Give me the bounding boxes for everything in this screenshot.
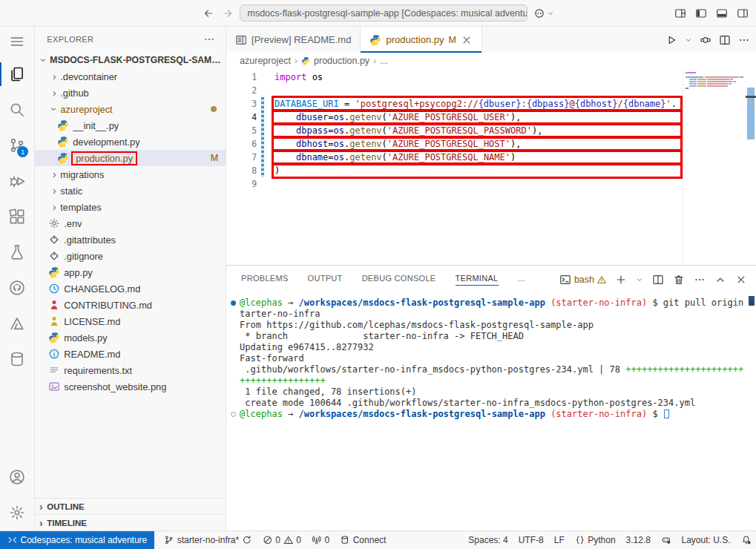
file-item-models.py[interactable]: models.py bbox=[35, 329, 226, 346]
status-ports[interactable]: 0 bbox=[306, 531, 335, 549]
code-line-5[interactable]: 5 dbpass=os.getenv('AZURE_POSTGRESQL_PAS… bbox=[226, 124, 683, 137]
file-item-.env[interactable]: .env bbox=[35, 215, 226, 231]
activity-item-explorer[interactable] bbox=[0, 56, 34, 92]
status-encoding[interactable]: UTF-8 bbox=[513, 531, 549, 549]
open-changes-icon[interactable] bbox=[700, 34, 711, 46]
breadcrumb-item[interactable]: ... bbox=[380, 56, 387, 66]
new-terminal-icon[interactable] bbox=[615, 274, 627, 286]
split-terminal-icon[interactable] bbox=[652, 274, 664, 286]
activity-item-github[interactable] bbox=[0, 270, 34, 306]
status-indentation[interactable]: Spaces: 4 bbox=[463, 531, 513, 549]
line-number: 4 bbox=[226, 111, 257, 124]
file-item-readme.md[interactable]: README.md bbox=[35, 346, 226, 362]
kill-terminal-icon[interactable] bbox=[673, 274, 685, 286]
panel-more-actions-icon[interactable] bbox=[694, 274, 706, 286]
status-remote[interactable]: Codespaces: musical adventure bbox=[0, 531, 154, 549]
overview-ruler[interactable] bbox=[746, 69, 756, 265]
code-line-8[interactable]: 8) bbox=[226, 164, 683, 177]
play-icon[interactable] bbox=[665, 34, 677, 46]
file-item-.gitignore[interactable]: .gitignore bbox=[35, 248, 226, 264]
breadcrumb-item[interactable]: production.py bbox=[314, 56, 369, 66]
folder-item-migrations[interactable]: ›migrations bbox=[35, 166, 226, 183]
breadcrumb-item[interactable]: azureproject bbox=[240, 56, 291, 66]
code-line-2[interactable]: 2 bbox=[226, 84, 683, 97]
code-line-6[interactable]: 6 dbhost=os.getenv('AZURE_POSTGRESQL_HOS… bbox=[226, 137, 683, 151]
folder-item-.devcontainer[interactable]: ›.devcontainer bbox=[35, 68, 226, 85]
section-timeline[interactable]: ›TIMELINE bbox=[35, 514, 226, 530]
status-layout[interactable]: Layout: U.S. bbox=[676, 531, 735, 549]
status-connect[interactable]: Connect bbox=[335, 531, 391, 549]
close-panel-icon[interactable] bbox=[735, 274, 747, 286]
tab--preview-readme.md[interactable]: [Preview] README.md bbox=[226, 27, 361, 53]
file-item-app.py[interactable]: app.py bbox=[35, 264, 226, 280]
command-center[interactable]: msdocs-flask-postgresql-sample-app [Code… bbox=[240, 4, 527, 22]
status-notifications[interactable] bbox=[736, 531, 756, 549]
command-decoration-icon[interactable] bbox=[231, 300, 236, 306]
status-branch[interactable]: starter-no-infra* bbox=[159, 531, 257, 549]
code-editor[interactable]: 1import os23DATABASE_URI = 'postgresql+p… bbox=[226, 69, 756, 265]
code-line-4[interactable]: 4 dbuser=os.getenv('AZURE_POSTGRESQL_USE… bbox=[226, 111, 683, 124]
activity-item-account[interactable] bbox=[0, 459, 34, 495]
minimap[interactable] bbox=[683, 69, 746, 265]
layout-left-icon[interactable] bbox=[695, 7, 707, 19]
status-problems[interactable]: 00 bbox=[257, 531, 306, 549]
status-language[interactable]: Python bbox=[570, 531, 621, 549]
split-icon[interactable] bbox=[719, 34, 731, 46]
activity-item-extensions[interactable] bbox=[0, 199, 34, 234]
explorer-more-actions-icon[interactable] bbox=[203, 33, 215, 45]
file-item-requirements.txt[interactable]: requirements.txt bbox=[35, 362, 226, 378]
activity-item-database[interactable] bbox=[0, 341, 34, 377]
file-item--init-.py[interactable]: __init__.py bbox=[35, 117, 226, 134]
terminal-profile[interactable]: bash bbox=[559, 274, 606, 286]
activity-item-source-control[interactable]: 1 bbox=[0, 128, 34, 163]
code-line-7[interactable]: 7 dbname=os.getenv('AZURE_POSTGRESQL_NAM… bbox=[226, 151, 683, 164]
activity-item-menu[interactable] bbox=[0, 27, 34, 56]
maximize-panel-icon[interactable] bbox=[714, 274, 726, 286]
command-decoration-icon[interactable] bbox=[231, 412, 236, 417]
azure-icon bbox=[9, 315, 25, 332]
code-line-9[interactable]: 9 bbox=[226, 177, 683, 191]
code-line-3[interactable]: 3DATABASE_URI = 'postgresql+psycopg2://{… bbox=[226, 97, 683, 111]
panel-tab-problems[interactable]: PROBLEMS bbox=[241, 274, 289, 285]
close-tab-icon[interactable] bbox=[461, 34, 473, 46]
folder-item-static[interactable]: ›static bbox=[35, 183, 226, 199]
activity-item-search[interactable] bbox=[0, 92, 34, 128]
customize-layout-icon[interactable] bbox=[674, 7, 686, 19]
layout-right-icon[interactable] bbox=[737, 7, 749, 19]
folder-item-templates[interactable]: ›templates bbox=[35, 199, 226, 215]
file-item-production.py[interactable]: production.pyM bbox=[35, 150, 226, 166]
activity-item-testing[interactable] bbox=[0, 234, 34, 270]
activity-item-settings[interactable] bbox=[0, 495, 34, 530]
activity-item-run-debug[interactable] bbox=[0, 163, 34, 199]
chevron-down-icon[interactable] bbox=[685, 36, 692, 44]
forward-icon[interactable] bbox=[222, 7, 234, 19]
terminal[interactable]: @lcephas → /workspaces/msdocs-flask-post… bbox=[226, 293, 756, 530]
item-label: MSDOCS-FLASK-POSTGRESQL-SAMPLE-... bbox=[50, 55, 226, 65]
status-copilot[interactable] bbox=[656, 531, 677, 549]
file-item-changelog.md[interactable]: CHANGELOG.md bbox=[35, 280, 226, 297]
panel-tab-output[interactable]: OUTPUT bbox=[308, 274, 343, 285]
folder-item-msdocs-flask-postgresql-sample-...[interactable]: ›MSDOCS-FLASK-POSTGRESQL-SAMPLE-... bbox=[35, 52, 226, 68]
panel-tab--[interactable]: ... bbox=[518, 274, 525, 285]
remote-menu-button[interactable] bbox=[533, 7, 554, 19]
file-item-contributing.md[interactable]: CONTRIBUTING.md bbox=[35, 297, 226, 313]
file-item-development.py[interactable]: development.py bbox=[35, 134, 226, 150]
file-item-license.md[interactable]: LICENSE.md bbox=[35, 313, 226, 329]
activity-item-azure[interactable] bbox=[0, 306, 34, 341]
status-python-version[interactable]: 3.12.8 bbox=[621, 531, 656, 549]
tab-production.py[interactable]: production.pyM bbox=[361, 27, 481, 53]
folder-item-.github[interactable]: ›.github bbox=[35, 85, 226, 101]
code-lines[interactable]: 1import os23DATABASE_URI = 'postgresql+p… bbox=[226, 69, 683, 265]
status-eol[interactable]: LF bbox=[549, 531, 570, 549]
file-item-screenshot-website.png[interactable]: screenshot_website.png bbox=[35, 378, 226, 395]
code-line-1[interactable]: 1import os bbox=[226, 70, 683, 84]
folder-item-azureproject[interactable]: ›azureproject bbox=[35, 101, 226, 117]
terminal-dropdown-chevron-icon[interactable] bbox=[636, 276, 643, 283]
panel-tab-debug-console[interactable]: DEBUG CONSOLE bbox=[362, 274, 436, 285]
panel-tab-terminal[interactable]: TERMINAL bbox=[456, 274, 499, 286]
file-item-.gitattributes[interactable]: .gitattributes bbox=[35, 231, 226, 248]
back-icon[interactable] bbox=[203, 7, 214, 19]
layout-bottom-icon[interactable] bbox=[716, 7, 728, 19]
section-outline[interactable]: ›OUTLINE bbox=[35, 498, 226, 514]
ellipsis-icon[interactable] bbox=[738, 34, 750, 46]
